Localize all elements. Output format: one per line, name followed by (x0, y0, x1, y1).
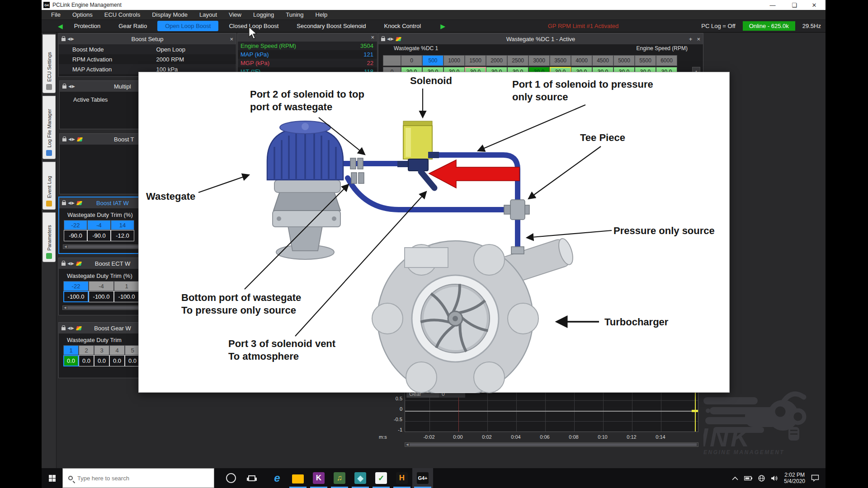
speaker-icon[interactable] (771, 475, 778, 481)
lock-icon[interactable] (61, 38, 66, 41)
taskbar-search[interactable] (62, 468, 214, 488)
trim-value-cell[interactable]: -90.0 (64, 230, 87, 241)
menu-item-options[interactable]: Options (66, 11, 99, 18)
trim-value-cell[interactable]: -100.0 (114, 291, 139, 302)
boost-setup-header[interactable]: ◀▶ Boost Setup × (59, 33, 236, 44)
network-globe-icon[interactable] (758, 475, 765, 482)
wastegate-col-header[interactable]: 2500 (507, 55, 528, 66)
boost-setup-row[interactable]: RPM Activation2000 RPM (59, 54, 236, 64)
trim-value-cell[interactable]: 0.0 (94, 355, 109, 366)
wastegate-col-header[interactable]: 3500 (550, 55, 571, 66)
wastegate-col-header[interactable]: 3000 (528, 55, 550, 66)
move-panel-icon[interactable]: + (689, 36, 693, 42)
taskbar-app-app-k[interactable]: K (308, 468, 329, 488)
taskbar-app-app-photo[interactable]: ✓ (371, 468, 392, 488)
menu-item-logging[interactable]: Logging (247, 11, 280, 18)
trim-col-header[interactable]: 2 (79, 345, 94, 355)
trim-col-header[interactable]: 1 (114, 281, 139, 291)
trim-col-header[interactable]: -4 (89, 281, 114, 291)
menu-item-tuning[interactable]: Tuning (280, 11, 309, 18)
taskbar-app-edge[interactable]: e (267, 468, 288, 488)
boost-setup-row[interactable]: Boost ModeOpen Loop (59, 44, 236, 54)
tab-protection[interactable]: Protection (66, 21, 108, 31)
sidebar-item-log-file-manager[interactable]: Log File Manager (42, 96, 56, 159)
tab-gear-ratio[interactable]: Gear Ratio (111, 21, 155, 31)
dock-arrows-icon[interactable]: ◀▶ (68, 201, 75, 205)
wastegate-panel-header[interactable]: ◀▶ Wastegate %DC 1 - Active + × (378, 33, 703, 44)
tray-expand-icon[interactable] (732, 476, 738, 480)
menu-item-display-mode[interactable]: Display Mode (146, 11, 193, 18)
runtime-header[interactable]: × (238, 33, 377, 42)
trim-value-cell[interactable]: -100.0 (89, 291, 114, 302)
menu-item-ecu-controls[interactable]: ECU Controls (99, 11, 146, 18)
close-panel-icon[interactable]: × (371, 34, 374, 41)
table-colours-icon[interactable] (76, 262, 82, 266)
table-colours-icon[interactable] (76, 201, 82, 205)
trim-value-cell[interactable]: 0.0 (63, 355, 79, 366)
dock-arrows-icon[interactable]: ◀▶ (67, 261, 75, 266)
tab-open-loop-boost[interactable]: Open Loop Boost (157, 21, 218, 31)
wastegate-col-header[interactable]: 6000 (656, 55, 677, 66)
minimize-button[interactable]: — (765, 0, 780, 10)
sidebar-item-event-log[interactable]: Event Log (42, 162, 56, 210)
dock-arrows-icon[interactable]: ◀▶ (67, 37, 75, 41)
trim-col-header[interactable]: -4 (87, 220, 111, 230)
dock-arrows-icon[interactable]: ◀▶ (68, 84, 75, 89)
wastegate-col-header[interactable]: 5500 (635, 55, 656, 66)
taskbar-app-pclink-g4[interactable]: G4+ (412, 468, 433, 488)
menu-item-view[interactable]: View (223, 11, 247, 18)
task-view-button[interactable] (241, 468, 262, 488)
taskbar-app-app-3d[interactable]: ◆ (350, 468, 371, 488)
trim-col-header[interactable]: 14 (111, 220, 134, 230)
trim-col-header[interactable]: -22 (63, 281, 89, 291)
trim-value-cell[interactable]: -90.0 (87, 230, 111, 241)
restore-button[interactable]: ❏ (787, 0, 802, 10)
runtime-row[interactable]: MAP (kPa)121 (238, 50, 377, 59)
wastegate-col-header[interactable]: 1000 (443, 55, 465, 66)
lock-icon[interactable] (62, 85, 66, 89)
chart-scrollbar[interactable]: ◀ (405, 442, 698, 447)
wastegate-col-header[interactable]: 5000 (613, 55, 635, 66)
runtime-row[interactable]: Engine Speed (RPM)3504 (238, 42, 377, 50)
trim-col-header[interactable]: 5 (125, 345, 140, 355)
lock-icon[interactable] (61, 327, 66, 330)
dock-arrows-icon[interactable]: ◀▶ (68, 137, 75, 141)
page-back-arrow-icon[interactable]: ◀ (58, 23, 63, 30)
close-button[interactable]: ✕ (807, 0, 822, 10)
tab-secondary-boost-solenoid[interactable]: Secondary Boost Solenoid (289, 21, 373, 31)
wastegate-col-header[interactable]: 500 (422, 55, 443, 66)
lock-icon[interactable] (62, 138, 66, 141)
battery-icon[interactable] (744, 476, 752, 481)
taskbar-app-file-explorer[interactable] (288, 468, 308, 488)
trim-value-cell[interactable]: 0.0 (79, 355, 94, 366)
sidebar-item-parameters[interactable]: Parameters (42, 212, 56, 262)
plot-area[interactable]: Gear 0 (405, 388, 698, 432)
table-colours-icon[interactable] (77, 137, 83, 141)
trim-value-cell[interactable]: -12.0 (111, 230, 134, 241)
trim-col-header[interactable]: 3 (94, 345, 109, 355)
tray-clock[interactable]: 2:02 PM 5/4/2020 (784, 472, 805, 484)
sidebar-item-ecu-settings[interactable]: ECU Settings (42, 34, 56, 93)
close-panel-icon[interactable]: × (230, 36, 233, 42)
boost-plumbing-diagram-overlay[interactable]: Solenoid Port 2 of solenoid to top port … (138, 72, 730, 393)
wastegate-col-header[interactable]: 4000 (571, 55, 592, 66)
table-colours-icon[interactable] (76, 326, 82, 330)
dock-arrows-icon[interactable]: ◀▶ (387, 37, 394, 41)
action-center-icon[interactable] (811, 474, 819, 482)
tab-knock-control[interactable]: Knock Control (376, 21, 429, 31)
search-input[interactable] (77, 475, 190, 482)
lock-icon[interactable] (61, 263, 66, 266)
trim-value-cell[interactable]: 0.0 (125, 355, 140, 366)
menu-item-layout[interactable]: Layout (193, 11, 223, 18)
lock-icon[interactable] (381, 38, 385, 41)
pc-log-status[interactable]: PC Log = Off (701, 23, 735, 29)
menu-item-file[interactable]: File (45, 11, 66, 18)
play-icon[interactable]: ▶ (440, 23, 445, 30)
taskbar-app-app-hp[interactable]: H (392, 468, 412, 488)
trim-col-header[interactable]: 4 (109, 345, 125, 355)
table-colours-icon[interactable] (396, 37, 401, 41)
trim-value-cell[interactable]: -100.0 (63, 291, 89, 302)
menu-item-help[interactable]: Help (310, 11, 334, 18)
wastegate-col-header[interactable]: 4500 (592, 55, 613, 66)
start-button[interactable] (42, 468, 62, 488)
